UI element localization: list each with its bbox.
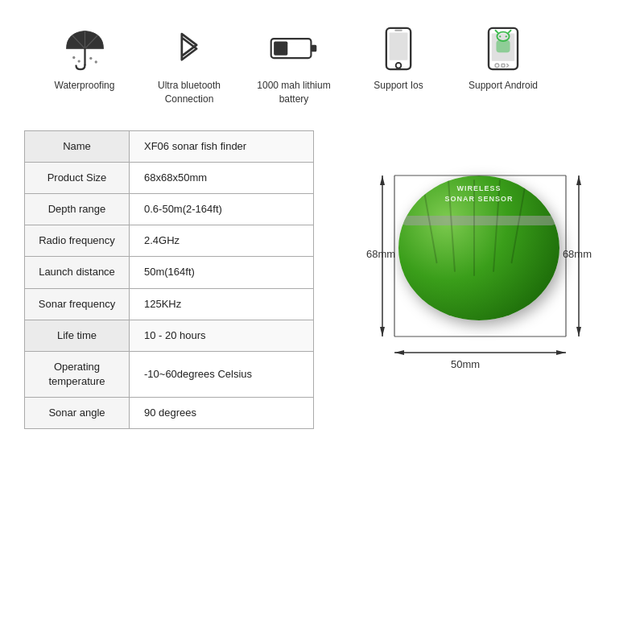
spec-value: 50m(164ft) [130,257,314,288]
dim-left-label: 68mm [366,248,395,260]
spec-label: Product Size [25,162,130,193]
spec-label: Sonar frequency [25,288,130,320]
spec-label: Launch distance [25,257,130,288]
dim-right-label: 68mm [563,248,592,260]
svg-point-22 [499,35,501,37]
icon-bluetooth: Ultra bluetooth Connection [137,24,242,106]
android-label: Support Android [469,79,538,93]
svg-rect-26 [502,64,505,67]
waterproofing-label: Waterproofing [55,79,115,93]
svg-rect-24 [496,40,510,52]
spec-label: Name [25,130,130,162]
svg-marker-36 [576,327,581,336]
table-row: Radio frequency 2.4GHz [25,225,314,257]
ios-label: Support Ios [374,79,423,93]
svg-point-6 [72,56,75,58]
bluetooth-label: Ultra bluetooth Connection [137,79,242,106]
svg-point-25 [495,63,499,67]
spec-value: XF06 sonar fish finder [130,130,314,162]
table-row: Name XF06 sonar fish finder [25,130,314,162]
icon-waterproofing: Waterproofing [32,24,137,93]
spec-value: 125KHz [130,288,314,320]
svg-marker-32 [380,175,385,185]
spec-value: 10 - 20 hours [130,320,314,351]
svg-point-7 [77,60,80,62]
umbrella-icon [63,24,107,72]
dimension-container: WIRELESS SONAR SENSOR [366,151,592,409]
specs-table: Name XF06 sonar fish finder Product Size… [24,130,314,430]
spec-label: Radio frequency [25,225,130,257]
svg-rect-11 [311,44,316,52]
spec-value: 2.4GHz [130,225,314,257]
table-row: Operating temperature -10~60degrees Cels… [25,351,314,397]
product-ball: WIRELESS SONAR SENSOR [398,175,559,336]
svg-rect-12 [274,41,287,55]
android-icon [486,24,520,72]
icons-row: Waterproofing Ultra bluetooth Connection [24,16,620,122]
table-row: Sonar angle 90 degrees [25,398,314,429]
bluetooth-icon [173,24,205,72]
svg-marker-35 [576,175,581,185]
spec-label: Life time [25,320,130,351]
table-row: Sonar frequency 125KHz [25,288,314,320]
svg-point-9 [94,60,97,63]
spec-label: Operating temperature [25,351,130,397]
svg-marker-33 [380,327,385,336]
product-visual: WIRELESS SONAR SENSOR [398,175,559,320]
spec-value: 90 degrees [130,398,314,429]
svg-marker-39 [556,350,566,355]
table-row: Life time 10 - 20 hours [25,320,314,351]
ios-phone-icon [383,24,414,72]
spec-label: Depth range [25,193,130,225]
table-row: Product Size 68x68x50mm [25,162,314,193]
icon-battery: 1000 mah lithium battery [242,24,346,106]
main-content: Name XF06 sonar fish finder Product Size… [24,130,620,430]
product-name-text: WIRELESS SONAR SENSOR [444,184,513,205]
dim-bottom-label: 50mm [451,358,480,370]
svg-point-23 [506,35,507,37]
svg-rect-14 [390,32,408,60]
spec-label: Sonar angle [25,398,130,429]
icon-ios: Support Ios [346,24,451,93]
spec-value: -10~60degrees Celsius [130,351,314,397]
spec-value: 0.6-50m(2-164ft) [130,193,314,225]
table-row: Launch distance 50m(164ft) [25,257,314,288]
battery-label: 1000 mah lithium battery [242,79,346,106]
icon-android: Support Android [451,24,555,93]
battery-icon [270,24,318,72]
svg-point-8 [89,56,92,59]
table-row: Depth range 0.6-50m(2-164ft) [25,193,314,225]
svg-point-15 [396,63,402,68]
page-container: Waterproofing Ultra bluetooth Connection [0,0,644,644]
svg-marker-38 [394,350,404,355]
spec-value: 68x68x50mm [130,162,314,193]
product-image-area: WIRELESS SONAR SENSOR [330,130,620,430]
svg-rect-16 [394,29,402,31]
